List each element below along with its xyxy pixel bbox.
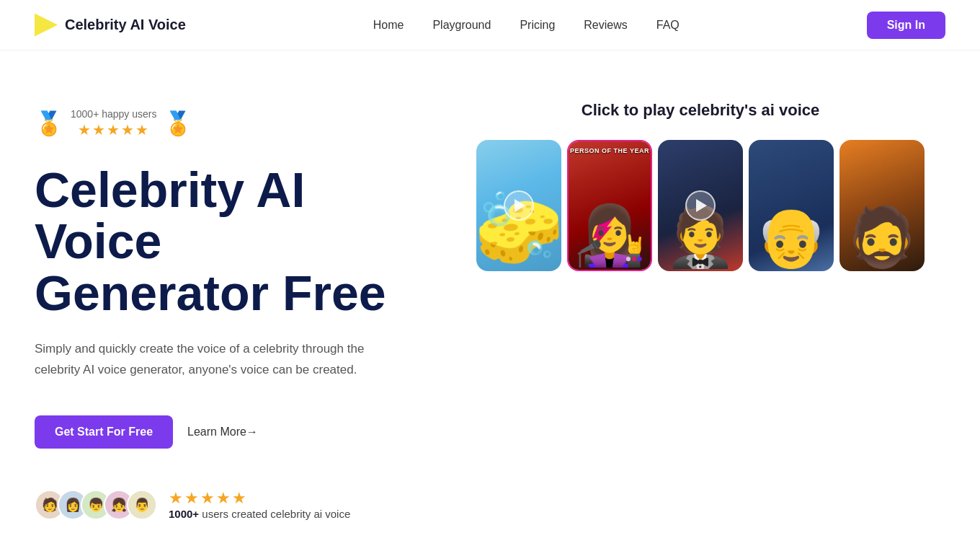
hero-subtext: Simply and quickly create the voice of a… — [35, 339, 380, 381]
proof-text-block: ★★★★★ 1000+ users created celebrity ai v… — [169, 489, 350, 521]
taylor-emoji: 👩‍🎤 — [574, 202, 646, 270]
logo-text: Celebrity AI Voice — [65, 17, 186, 33]
play-icon-trump — [696, 199, 707, 212]
laurel-left: 🏅 — [35, 112, 63, 135]
play-icon-spongebob — [514, 199, 525, 212]
badge-text: 1000+ happy users — [71, 108, 156, 120]
hero-heading: Celebrity AI Voice Generator Free — [35, 164, 438, 319]
award-badge: 🏅 1000+ happy users ★★★★★ 🏅 — [35, 108, 438, 138]
hero-section: 🏅 1000+ happy users ★★★★★ 🏅 Celebrity AI… — [0, 50, 980, 551]
celebrity-cards: 🧽 👩‍🎤 PERSON OF THE YEAR 🤵 — [476, 140, 925, 271]
nav-reviews[interactable]: Reviews — [584, 19, 627, 32]
hero-left: 🏅 1000+ happy users ★★★★★ 🏅 Celebrity AI… — [35, 94, 438, 521]
card-spongebob[interactable]: 🧽 — [476, 140, 561, 271]
laurel-right: 🏅 — [164, 112, 192, 135]
get-started-button[interactable]: Get Start For Free — [35, 415, 173, 449]
nav-faq[interactable]: FAQ — [656, 19, 680, 32]
avatar-group: 🧑 👩 👦 👧 👨 — [35, 490, 157, 520]
avatar-5: 👨 — [127, 490, 157, 520]
modi-emoji: 🧔 — [846, 203, 918, 271]
proof-count-text: 1000+ users created celebrity ai voice — [169, 508, 350, 520]
nav-pricing[interactable]: Pricing — [520, 19, 555, 32]
logo-icon — [35, 14, 58, 37]
badge-stars: ★★★★★ — [71, 121, 156, 138]
nav-links: Home Playground Pricing Reviews FAQ — [373, 19, 680, 32]
card-taylor[interactable]: 👩‍🎤 PERSON OF THE YEAR — [567, 140, 652, 271]
navbar: Celebrity AI Voice Home Playground Prici… — [0, 0, 980, 50]
social-proof: 🧑 👩 👦 👧 👨 ★★★★★ 1000+ users created cele… — [35, 489, 438, 521]
card-trump[interactable]: 🤵 — [658, 140, 743, 271]
signin-button[interactable]: Sign In — [867, 12, 945, 39]
hero-right: Click to play celebrity's ai voice 🧽 👩‍🎤… — [455, 94, 945, 271]
biden-emoji: 👴 — [755, 203, 827, 271]
card-modi[interactable]: 🧔 — [839, 140, 925, 271]
taylor-badge: PERSON OF THE YEAR — [569, 147, 651, 154]
logo-link[interactable]: Celebrity AI Voice — [35, 14, 186, 37]
card-biden[interactable]: 👴 — [749, 140, 834, 271]
nav-playground[interactable]: Playground — [432, 19, 491, 32]
play-button-spongebob[interactable] — [504, 190, 534, 221]
play-button-trump[interactable] — [685, 190, 716, 221]
nav-home[interactable]: Home — [373, 19, 404, 32]
click-to-play-title: Click to play celebrity's ai voice — [582, 101, 820, 120]
proof-stars: ★★★★★ — [169, 489, 350, 508]
cta-row: Get Start For Free Learn More→ — [35, 415, 438, 449]
learn-more-button[interactable]: Learn More→ — [187, 426, 258, 438]
